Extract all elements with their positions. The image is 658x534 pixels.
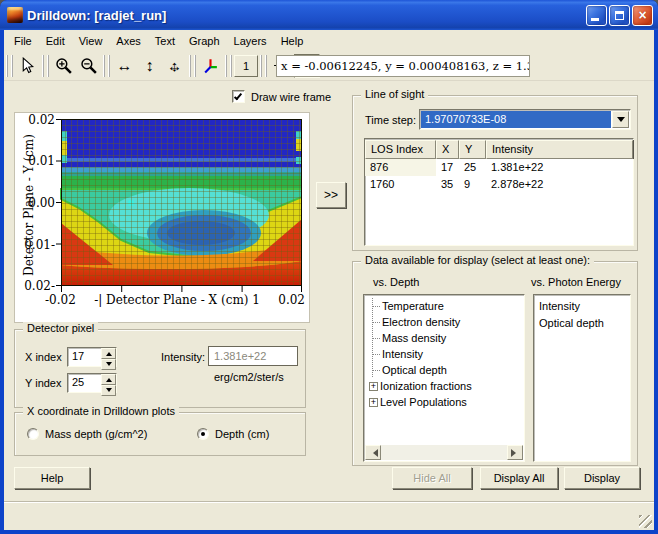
- menu-graph[interactable]: Graph: [182, 33, 227, 49]
- magnifier-plus-icon: [55, 57, 73, 75]
- col-header-y[interactable]: Y: [459, 140, 486, 159]
- plot-x-axis-title: Detector Plane - X (cm): [106, 293, 248, 307]
- col-header-intensity[interactable]: Intensity: [486, 140, 633, 159]
- radio-depth-cm[interactable]: Depth (cm): [197, 428, 269, 440]
- table-row[interactable]: 876 17 25 1.381e+22: [365, 159, 633, 176]
- window-title: Drilldown: [radjet_run]: [27, 8, 584, 23]
- toolbar-grip[interactable]: [6, 55, 13, 77]
- horizontal-scrollbar[interactable]: [365, 445, 523, 460]
- statusbar: [4, 501, 654, 530]
- toolbar-grip[interactable]: [260, 55, 267, 77]
- scroll-right-button[interactable]: [507, 445, 523, 460]
- los-table[interactable]: LOS Index X Y Intensity 876 17 25 1.381e…: [364, 138, 634, 246]
- vs-photon-energy-list[interactable]: Intensity Optical depth: [533, 294, 631, 462]
- vs-depth-list[interactable]: Temperature Electron density Mass densit…: [363, 294, 525, 462]
- arrow-up-icon: [106, 349, 112, 356]
- list-item-ionization-fractions[interactable]: + Ionization fractions: [367, 378, 524, 394]
- x-tick-label: 0.02: [278, 293, 305, 307]
- spin-down-button[interactable]: [101, 385, 116, 396]
- arrow-right-icon: [511, 449, 520, 457]
- pan-move-button[interactable]: ↔↕: [162, 54, 187, 78]
- heatmap-wireframe[interactable]: [53, 119, 302, 294]
- radio-icon-selected[interactable]: [197, 428, 209, 440]
- plot-x-axis: -0.02 -| Detector Plane - X (cm) 1 0.02: [45, 293, 305, 307]
- menubar: File Edit View Axes Text Graph Layers He…: [4, 30, 654, 51]
- display-all-button[interactable]: Display All: [480, 467, 558, 489]
- list-item-label: Optical depth: [382, 364, 447, 376]
- list-item-intensity[interactable]: Intensity: [367, 346, 524, 362]
- radio-icon[interactable]: [27, 428, 39, 440]
- y-index-label: Y index: [25, 377, 62, 389]
- list-item-electron-density[interactable]: Electron density: [367, 314, 524, 330]
- expand-panel-button[interactable]: >>: [316, 182, 346, 208]
- expand-horizontal-button[interactable]: ↔: [112, 54, 137, 78]
- y-index-stepper[interactable]: 25: [67, 373, 117, 393]
- radio-label: Depth (cm): [215, 428, 269, 440]
- minimize-button[interactable]: [586, 5, 607, 26]
- x-index-stepper[interactable]: 17: [67, 347, 117, 367]
- menu-axes[interactable]: Axes: [109, 33, 147, 49]
- axes-tool-button[interactable]: [198, 54, 223, 78]
- display-button[interactable]: Display: [564, 467, 640, 489]
- expand-vertical-button[interactable]: ↕: [137, 54, 162, 78]
- col-header-los-index[interactable]: LOS Index: [365, 140, 436, 159]
- wireframe-checkbox[interactable]: [232, 90, 245, 103]
- layer-one-button[interactable]: 1: [234, 55, 258, 77]
- col-header-x[interactable]: X: [436, 140, 459, 159]
- zoom-in-button[interactable]: [51, 54, 76, 78]
- detector-plane-plot[interactable]: Detector Plane - Y (cm) 0.02 0.01 0.00 -…: [14, 112, 310, 323]
- close-icon: ×: [638, 8, 646, 22]
- list-item-label: Mass density: [382, 332, 446, 344]
- close-button[interactable]: ×: [632, 5, 653, 26]
- pointer-tool-button[interactable]: [15, 54, 40, 78]
- menu-help[interactable]: Help: [274, 33, 311, 49]
- maximize-button[interactable]: [609, 5, 630, 26]
- coordinate-readout: x = -0.00612245, y = 0.000408163, z = 1.…: [276, 55, 530, 77]
- xyz-axes-icon: [202, 57, 219, 74]
- menu-file[interactable]: File: [7, 33, 39, 49]
- y-index-value: 25: [68, 374, 101, 392]
- detector-pixel-title: Detector pixel: [23, 322, 98, 334]
- list-item-level-populations[interactable]: + Level Populations: [367, 394, 524, 410]
- spin-up-button[interactable]: [101, 374, 116, 385]
- table-row[interactable]: 1760 35 9 2.878e+22: [365, 176, 633, 193]
- toolbar-grip[interactable]: [189, 55, 196, 77]
- tree-branch: [372, 362, 382, 378]
- list-item-optical-depth[interactable]: Optical depth: [367, 362, 524, 378]
- x-coordinate-group: X coordinate in Drilldown plots Mass dep…: [14, 412, 306, 456]
- spin-down-button[interactable]: [101, 359, 116, 370]
- list-item-mass-density[interactable]: Mass density: [367, 330, 524, 346]
- list-item-temperature[interactable]: Temperature: [367, 298, 524, 314]
- combobox-dropdown-button[interactable]: [612, 111, 629, 128]
- x-index-value: 17: [68, 348, 101, 366]
- time-step-combobox[interactable]: 1.97070733E-08: [419, 109, 631, 130]
- titlebar[interactable]: Drilldown: [radjet_run] ×: [0, 0, 658, 30]
- radio-mass-depth[interactable]: Mass depth (g/cm^2): [27, 428, 147, 440]
- intensity-units: erg/cm2/ster/s: [214, 371, 284, 383]
- menu-view[interactable]: View: [72, 33, 110, 49]
- menu-text[interactable]: Text: [148, 33, 182, 49]
- resize-grip[interactable]: [639, 515, 652, 528]
- toolbar-grip[interactable]: [42, 55, 49, 77]
- expand-plus-icon[interactable]: +: [369, 382, 378, 391]
- menu-edit[interactable]: Edit: [39, 33, 72, 49]
- toolbar-grip[interactable]: [103, 55, 110, 77]
- cursor-arrow-icon: [19, 57, 36, 74]
- wireframe-check-row[interactable]: Draw wire frame: [232, 90, 331, 103]
- list-item-intensity[interactable]: Intensity: [539, 298, 630, 315]
- arrow-up-icon: [106, 375, 112, 382]
- expand-plus-icon[interactable]: +: [369, 398, 378, 407]
- menu-layers[interactable]: Layers: [227, 33, 274, 49]
- x-tick-label: -0.02: [45, 293, 76, 307]
- x-tick-fragment: -|: [94, 293, 102, 307]
- app-icon: [7, 7, 23, 23]
- list-item-optical-depth[interactable]: Optical depth: [539, 315, 630, 332]
- zoom-out-button[interactable]: [76, 54, 101, 78]
- tree-branch: [372, 298, 382, 314]
- list-item-label: Electron density: [382, 316, 460, 328]
- help-button[interactable]: Help: [14, 467, 90, 489]
- toolbar-grip[interactable]: [225, 55, 232, 77]
- hide-all-button[interactable]: Hide All: [392, 467, 472, 489]
- scroll-left-button[interactable]: [365, 445, 381, 460]
- spin-up-button[interactable]: [101, 348, 116, 359]
